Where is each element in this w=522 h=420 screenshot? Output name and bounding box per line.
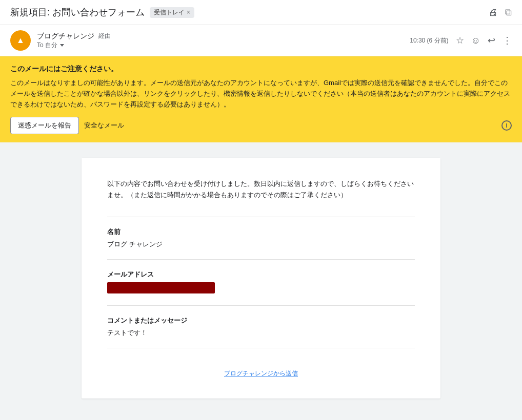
divider-after-intro	[107, 217, 415, 217]
avatar: ▲	[10, 30, 31, 51]
tag-close-icon[interactable]: ×	[187, 9, 190, 16]
footer-link[interactable]: ブログチャレンジから送信	[224, 370, 298, 377]
header-icons: 🖨 ⧉	[489, 7, 512, 18]
warning-title: このメールにはご注意ください。	[10, 65, 512, 74]
tag-label: 受信トレイ	[154, 8, 185, 17]
report-spam-button[interactable]: 迷惑メールを報告	[10, 117, 79, 134]
sender-left: ▲ ブログチャレンジ 経由 To 自分	[10, 30, 111, 51]
sender-to-dropdown[interactable]: To 自分	[37, 41, 111, 50]
chevron-down-icon	[60, 44, 64, 47]
email-subject: 新規項目: お問い合わせフォーム	[10, 6, 145, 18]
divider-after-message	[107, 348, 415, 348]
email-tag[interactable]: 受信トレイ ×	[150, 7, 194, 18]
divider-after-name	[107, 259, 415, 260]
sender-row: ▲ ブログチャレンジ 経由 To 自分 10:30 (6 分前) ☆ ☺ ↩ ⋮	[0, 25, 522, 56]
sender-info: ブログチャレンジ 経由 To 自分	[37, 32, 111, 50]
field-email-section: メールアドレス	[107, 270, 415, 295]
field-message-label: コメントまたはメッセージ	[107, 316, 415, 325]
field-email-label: メールアドレス	[107, 270, 415, 279]
info-icon[interactable]: i	[501, 120, 512, 131]
sender-right: 10:30 (6 分前) ☆ ☺ ↩ ⋮	[410, 35, 512, 46]
email-header: 新規項目: お問い合わせフォーム 受信トレイ × 🖨 ⧉	[0, 0, 522, 25]
more-options-icon[interactable]: ⋮	[503, 35, 512, 46]
divider-after-email	[107, 305, 415, 306]
card-footer: ブログチャレンジから送信	[107, 364, 415, 378]
star-icon[interactable]: ☆	[456, 35, 464, 46]
email-content-area: 以下の内容でお問い合わせを受け付けしました。数日以内に返信しますので、しばらくお…	[0, 142, 522, 413]
email-card: 以下の内容でお問い合わせを受け付けしました。数日以内に返信しますので、しばらくお…	[82, 158, 440, 398]
new-window-icon[interactable]: ⧉	[505, 7, 512, 18]
warning-body: このメールはなりすましの可能性があります。メールの送信元があなたのアカウントにな…	[10, 78, 512, 110]
email-title-area: 新規項目: お問い合わせフォーム 受信トレイ ×	[10, 6, 194, 18]
field-email-redacted	[107, 282, 215, 293]
card-intro: 以下の内容でお問い合わせを受け付けしました。数日以内に返信しますので、しばらくお…	[107, 178, 415, 201]
sender-via: 経由	[98, 32, 111, 40]
field-message-section: コメントまたはメッセージ テストです！	[107, 316, 415, 338]
warning-banner: このメールにはご注意ください。 このメールはなりすましの可能性があります。メール…	[0, 56, 522, 142]
emoji-icon[interactable]: ☺	[471, 35, 480, 46]
email-time: 10:30 (6 分前)	[410, 36, 448, 45]
warning-actions: 迷惑メールを報告 安全なメール i	[10, 117, 512, 134]
avatar-letter: ▲	[16, 36, 25, 45]
field-name-section: 名前 ブログ チャレンジ	[107, 227, 415, 249]
warning-buttons: 迷惑メールを報告 安全なメール	[10, 117, 124, 134]
sender-to-label: To 自分	[37, 41, 57, 50]
field-name-label: 名前	[107, 227, 415, 237]
field-name-value: ブログ チャレンジ	[107, 240, 415, 249]
field-message-value: テストです！	[107, 328, 415, 338]
print-icon[interactable]: 🖨	[489, 7, 498, 18]
sender-name: ブログチャレンジ	[37, 32, 94, 41]
safe-email-button[interactable]: 安全なメール	[84, 121, 124, 130]
reply-icon[interactable]: ↩	[488, 35, 495, 46]
